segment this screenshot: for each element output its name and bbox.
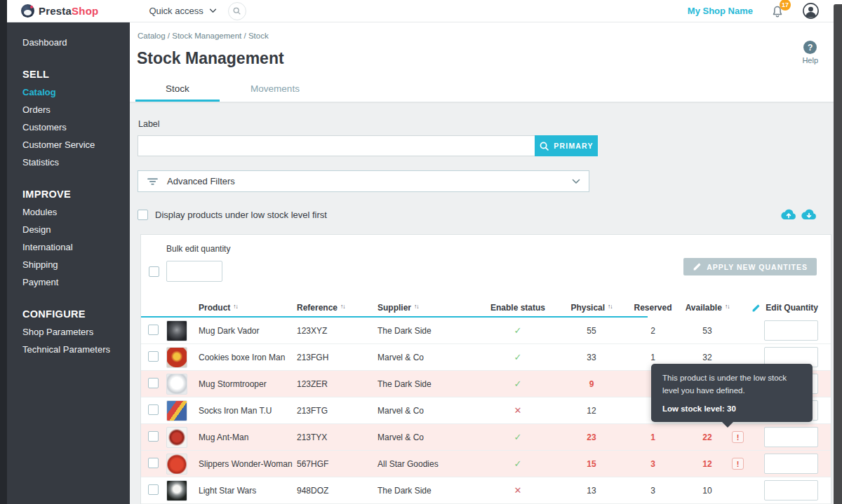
tab-movements[interactable]: Movements — [220, 75, 330, 102]
row-checkbox[interactable] — [148, 484, 159, 495]
shop-name-link[interactable]: My Shop Name — [688, 6, 753, 16]
sort-icon[interactable]: ↑↓ — [340, 303, 345, 310]
product-name: Mug Stormtrooper — [199, 379, 297, 389]
sidebar-item-customers[interactable]: Customers — [7, 118, 130, 136]
bulk-quantity-input[interactable] — [166, 261, 222, 282]
low-stock-tooltip: This product is under the low stock leve… — [651, 364, 813, 422]
product-thumbnail — [166, 427, 187, 448]
product-supplier: The Dark Side — [377, 486, 476, 496]
top-bar-right: My Shop Name 17 — [688, 2, 820, 20]
column-header-reference[interactable]: Reference↑↓ — [297, 303, 377, 313]
low-stock-checkbox[interactable] — [138, 210, 148, 220]
page-title: Stock Management — [137, 49, 284, 68]
row-checkbox[interactable] — [148, 351, 159, 362]
help-button[interactable]: ? Help — [802, 41, 818, 64]
notifications-button[interactable]: 17 — [770, 4, 785, 19]
row-checkbox[interactable] — [148, 458, 159, 468]
edit-quantity-input[interactable] — [764, 454, 818, 474]
low-stock-checkbox-label: Display products under low stock level f… — [155, 210, 327, 220]
advanced-filters-toggle[interactable]: Advanced Filters — [138, 170, 589, 192]
physical-quantity: 23 — [560, 433, 623, 442]
low-stock-warning-icon[interactable]: ! — [732, 458, 744, 470]
label-search-input[interactable] — [138, 135, 535, 156]
sidebar-rail — [0, 0, 7, 504]
apply-button-label: APPLY NEW QUANTITES — [707, 263, 808, 271]
product-reference: 213TYX — [297, 433, 377, 442]
prestashop-logo[interactable]: PrestaShop — [21, 4, 98, 18]
physical-quantity: 15 — [560, 459, 623, 469]
product-thumbnail — [166, 480, 187, 501]
sidebar-item-modules[interactable]: Modules — [7, 203, 130, 221]
physical-quantity: 33 — [560, 353, 623, 362]
available-quantity: 53 — [683, 326, 732, 336]
product-name: Cookies boxe Iron Man — [199, 353, 297, 362]
column-label: Product — [199, 303, 230, 313]
breadcrumb: Catalog / Stock Management / Stock — [138, 32, 269, 40]
product-name: Mug Dark Vador — [199, 326, 297, 336]
apply-new-quantities-button[interactable]: APPLY NEW QUANTITES — [683, 258, 817, 275]
prestashop-logo-text: PrestaShop — [39, 5, 98, 17]
physical-quantity: 55 — [560, 326, 623, 336]
reserved-quantity: 1 — [623, 433, 683, 442]
page-header: Catalog / Stock Management / Stock Stock… — [130, 22, 842, 102]
notification-count-badge: 17 — [780, 0, 791, 11]
sidebar-item-catalog[interactable]: Catalog — [7, 83, 130, 101]
edit-quantity-input[interactable] — [764, 427, 818, 447]
edit-quantity-input[interactable] — [764, 480, 818, 500]
row-checkbox[interactable] — [148, 404, 159, 415]
cloud-upload-icon — [781, 209, 796, 220]
header-search-button[interactable] — [228, 2, 246, 20]
product-reference: 213FTG — [297, 406, 377, 416]
import-button[interactable] — [801, 209, 817, 220]
export-button[interactable] — [781, 209, 796, 220]
sidebar-item-design[interactable]: Design — [7, 221, 130, 238]
product-reference: 123XYZ — [297, 326, 377, 336]
column-header-supplier[interactable]: Supplier↑↓ — [377, 303, 476, 313]
column-header-physical[interactable]: Physical↑↓ — [560, 303, 623, 313]
table-row: Mug Dark Vador 123XYZ The Dark Side ✓ 55… — [141, 318, 831, 344]
product-thumbnail — [166, 347, 187, 368]
sidebar-item-shop-parameters[interactable]: Shop Parameters — [7, 323, 130, 341]
profile-button[interactable] — [802, 2, 820, 20]
sidebar-item-customer-service[interactable]: Customer Service — [7, 136, 130, 154]
row-checkbox[interactable] — [148, 431, 159, 442]
reserved-quantity: 3 — [623, 459, 683, 469]
quick-access-dropdown[interactable]: Quick access — [149, 6, 216, 16]
sidebar-item-statistics[interactable]: Statistics — [7, 154, 130, 171]
column-header-product[interactable]: Product↑↓ — [199, 303, 297, 313]
select-all-checkbox[interactable] — [149, 266, 159, 277]
sidebar-item-payment[interactable]: Payment — [7, 273, 130, 291]
sort-icon[interactable]: ↑↓ — [725, 303, 730, 310]
column-label: Reference — [297, 303, 338, 313]
sidebar-item-international[interactable]: International — [7, 238, 130, 256]
sort-icon[interactable]: ↑↓ — [414, 303, 419, 310]
product-reference: 123ZER — [297, 379, 377, 389]
prestashop-logo-icon — [21, 4, 34, 18]
product-name: Slippers Wonder-Woman — [199, 459, 297, 469]
sidebar-item-orders[interactable]: Orders — [7, 101, 130, 118]
edit-quantity-input[interactable] — [764, 320, 818, 341]
sidebar-item-technical-parameters[interactable]: Technical Parameters — [7, 341, 130, 358]
row-checkbox[interactable] — [148, 325, 159, 335]
row-checkbox[interactable] — [148, 378, 159, 388]
cloud-download-icon — [801, 209, 817, 220]
sidebar-section-improve: IMPROVE — [7, 186, 130, 203]
column-header-reserved: Reserved — [623, 303, 683, 313]
low-stock-warning-icon[interactable]: ! — [732, 431, 744, 443]
column-label: Edit Quantity — [766, 303, 818, 313]
column-label: Physical — [570, 303, 605, 313]
sort-icon[interactable]: ↑↓ — [608, 303, 613, 310]
top-bar: PrestaShop Quick access My Shop Name 17 — [7, 0, 842, 22]
sort-icon[interactable]: ↑↓ — [233, 303, 238, 310]
product-supplier: Marvel & Co — [377, 433, 476, 442]
enabled-check-icon: ✓ — [514, 325, 522, 336]
available-quantity: 12 — [683, 459, 732, 469]
page-scrollbar[interactable] — [834, 4, 842, 504]
tab-stock[interactable]: Stock — [135, 75, 220, 102]
column-label: Supplier — [377, 303, 411, 313]
search-primary-button[interactable]: PRIMARY — [535, 135, 598, 156]
sidebar-item-shipping[interactable]: Shipping — [7, 256, 130, 273]
sidebar-item-dashboard[interactable]: Dashboard — [7, 34, 130, 51]
column-header-available[interactable]: Available↑↓ — [683, 303, 732, 313]
help-label: Help — [802, 56, 818, 64]
